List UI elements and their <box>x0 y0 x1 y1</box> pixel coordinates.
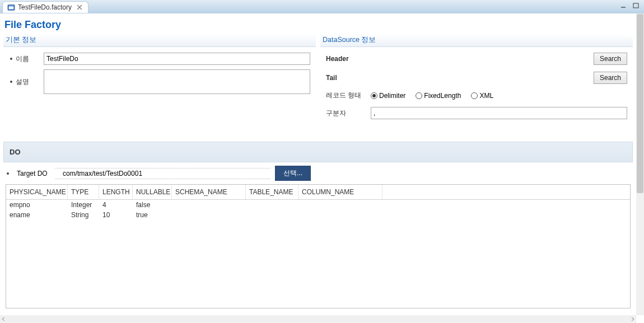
cell <box>172 200 246 210</box>
cell <box>298 210 382 220</box>
do-section: DO Target DO 선택... PHYSICAL_NAME TYPE LE… <box>3 142 633 308</box>
cell: true <box>133 210 172 220</box>
radio-delimiter[interactable]: Delimiter <box>371 92 405 100</box>
col-schema-name[interactable]: SCHEMA_NAME <box>172 185 246 199</box>
vertical-scrollbar-thumb[interactable] <box>637 14 643 193</box>
editor-tab[interactable]: TestFileDo.factory <box>2 1 88 13</box>
record-type-label: 레코드 형태 <box>326 91 371 100</box>
content: File Factory 기본 정보 이름 설명 DataSource 정보 <box>0 13 636 315</box>
target-do-input[interactable] <box>55 168 270 179</box>
horizontal-scrollbar[interactable] <box>0 315 636 323</box>
cell: ename <box>6 210 68 220</box>
col-nullable[interactable]: NULLABLE <box>133 185 172 199</box>
vertical-scrollbar[interactable] <box>636 13 644 315</box>
do-grid: PHYSICAL_NAME TYPE LENGTH NULLABLE SCHEM… <box>6 184 631 308</box>
maximize-icon[interactable] <box>632 2 641 10</box>
delimiter-input[interactable] <box>371 107 627 119</box>
editor-tabbar: TestFileDo.factory <box>0 0 644 13</box>
svg-rect-2 <box>9 6 14 6</box>
cell: false <box>133 200 172 210</box>
desc-textarea[interactable] <box>44 69 310 94</box>
factory-file-icon <box>7 4 15 11</box>
delimiter-label: 구분자 <box>326 109 371 118</box>
radio-label: Delimiter <box>379 92 405 100</box>
datasource-header: DataSource 정보 <box>320 34 633 47</box>
window-controls <box>619 2 641 10</box>
cell: Integer <box>68 200 99 210</box>
col-column-name[interactable]: COLUMN_NAME <box>298 185 382 199</box>
name-input[interactable] <box>44 53 310 65</box>
svg-rect-1 <box>9 7 14 9</box>
editor-tab-label: TestFileDo.factory <box>18 3 72 11</box>
col-type[interactable]: TYPE <box>68 185 99 199</box>
header-label: Header <box>326 55 371 63</box>
select-button[interactable]: 선택... <box>275 166 311 181</box>
cell: String <box>68 210 99 220</box>
scroll-left-icon[interactable] <box>1 317 6 321</box>
col-physical-name[interactable]: PHYSICAL_NAME <box>6 185 68 199</box>
bullet-icon <box>10 58 12 60</box>
basic-info-panel: 기본 정보 이름 설명 <box>3 34 316 130</box>
bullet-icon <box>7 172 9 175</box>
cell: 10 <box>99 210 133 220</box>
tail-search-button[interactable]: Search <box>594 72 627 84</box>
cell: 4 <box>99 200 133 210</box>
page-title: File Factory <box>0 13 636 34</box>
cell <box>246 210 298 220</box>
radio-label: XML <box>479 92 493 100</box>
do-section-header: DO <box>3 142 633 162</box>
table-row[interactable]: empno Integer 4 false <box>6 200 630 210</box>
minimize-icon[interactable] <box>619 2 628 10</box>
col-table-name[interactable]: TABLE_NAME <box>246 185 298 199</box>
radio-xml[interactable]: XML <box>471 92 493 100</box>
col-length[interactable]: LENGTH <box>99 185 133 199</box>
cell <box>172 210 246 220</box>
record-type-group: Delimiter FixedLength XML <box>371 92 493 100</box>
bullet-icon <box>10 81 12 83</box>
radio-fixedlength[interactable]: FixedLength <box>416 92 461 100</box>
do-grid-body: empno Integer 4 false ename String 10 tr… <box>6 200 630 220</box>
desc-label: 설명 <box>16 77 44 87</box>
svg-rect-6 <box>633 3 638 8</box>
name-label: 이름 <box>16 54 44 64</box>
table-row[interactable]: ename String 10 true <box>6 210 630 220</box>
scroll-right-icon[interactable] <box>631 317 635 321</box>
cell: empno <box>6 200 68 210</box>
close-icon[interactable] <box>77 4 82 10</box>
do-grid-header: PHYSICAL_NAME TYPE LENGTH NULLABLE SCHEM… <box>6 185 630 200</box>
target-do-label: Target DO <box>17 170 50 177</box>
datasource-panel: DataSource 정보 Header Search Tail Search … <box>320 34 633 130</box>
tail-label: Tail <box>326 74 371 82</box>
cell <box>298 200 382 210</box>
header-search-button[interactable]: Search <box>594 53 627 65</box>
radio-label: FixedLength <box>424 92 461 100</box>
basic-info-header: 기본 정보 <box>3 34 316 47</box>
cell <box>246 200 298 210</box>
